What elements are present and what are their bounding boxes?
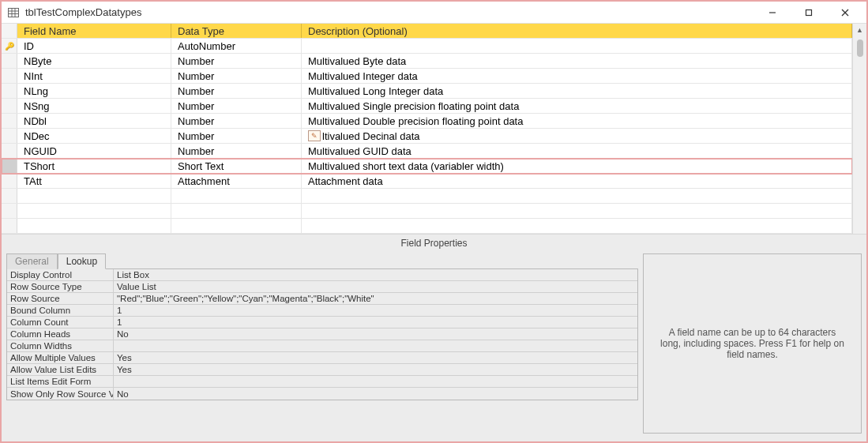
property-value[interactable]: Yes bbox=[114, 352, 637, 363]
cell-description[interactable]: Attachment data bbox=[302, 174, 852, 188]
cell-data-type[interactable]: Number bbox=[171, 69, 302, 83]
property-value[interactable] bbox=[114, 340, 637, 351]
cell-field-name[interactable]: NInt bbox=[17, 69, 171, 83]
cell-description[interactable]: Multivalued Single precision floating po… bbox=[302, 99, 852, 113]
property-row[interactable]: Allow Value List EditsYes bbox=[7, 364, 637, 376]
field-row[interactable]: TShortShort TextMultivalued short text d… bbox=[2, 159, 852, 174]
cell-data-type[interactable] bbox=[171, 189, 302, 203]
cell-description[interactable]: Multivalued Byte data bbox=[302, 54, 852, 68]
property-value[interactable]: No bbox=[114, 328, 637, 340]
cell-data-type[interactable]: Number bbox=[171, 129, 302, 143]
cell-description[interactable]: Multivalued Long Integer data bbox=[302, 84, 852, 98]
field-row[interactable]: NSngNumberMultivalued Single precision f… bbox=[2, 99, 852, 114]
cell-field-name[interactable]: NDec bbox=[17, 129, 171, 143]
property-value[interactable]: 1 bbox=[114, 317, 637, 328]
tab-general[interactable]: General bbox=[6, 253, 58, 269]
minimize-button[interactable] bbox=[754, 2, 791, 24]
property-row[interactable]: Bound Column1 bbox=[7, 305, 637, 317]
row-selector[interactable] bbox=[2, 54, 17, 68]
property-value[interactable]: No bbox=[114, 388, 637, 400]
cell-description[interactable] bbox=[302, 189, 852, 203]
cell-field-name[interactable] bbox=[17, 219, 171, 233]
cell-field-name[interactable] bbox=[17, 204, 171, 218]
cell-description[interactable]: Multivalued Double precision floating po… bbox=[302, 114, 852, 128]
cell-field-name[interactable]: TShort bbox=[17, 159, 171, 173]
field-row[interactable]: NByteNumberMultivalued Byte data bbox=[2, 54, 852, 69]
cell-field-name[interactable]: TAtt bbox=[17, 174, 171, 188]
row-selector[interactable] bbox=[2, 219, 17, 233]
cell-description[interactable]: ✎ltivalued Decinal data bbox=[302, 129, 852, 143]
field-row[interactable] bbox=[2, 204, 852, 219]
row-selector[interactable] bbox=[2, 174, 17, 188]
row-selector[interactable] bbox=[2, 159, 17, 173]
cell-description[interactable]: Multivalued Integer data bbox=[302, 69, 852, 83]
row-selector[interactable] bbox=[2, 189, 17, 203]
cell-field-name[interactable]: NDbl bbox=[17, 114, 171, 128]
smart-tag-icon[interactable]: ✎ bbox=[308, 130, 321, 141]
cell-data-type[interactable] bbox=[171, 219, 302, 233]
properties-table[interactable]: Display ControlList BoxRow Source TypeVa… bbox=[6, 268, 638, 400]
field-row[interactable]: NDblNumberMultivalued Double precision f… bbox=[2, 114, 852, 129]
cell-data-type[interactable]: Number bbox=[171, 144, 302, 158]
row-selector[interactable] bbox=[2, 129, 17, 143]
cell-data-type[interactable]: Number bbox=[171, 114, 302, 128]
field-grid[interactable]: Field Name Data Type Description (Option… bbox=[2, 24, 852, 234]
scroll-up-icon[interactable]: ▲ bbox=[856, 25, 863, 35]
cell-field-name[interactable]: NSng bbox=[17, 99, 171, 113]
field-row[interactable] bbox=[2, 219, 852, 234]
row-selector[interactable] bbox=[2, 99, 17, 113]
cell-description[interactable] bbox=[302, 204, 852, 218]
field-row[interactable]: TAttAttachmentAttachment data bbox=[2, 174, 852, 189]
cell-data-type[interactable]: Number bbox=[171, 84, 302, 98]
row-selector[interactable] bbox=[2, 69, 17, 83]
property-row[interactable]: Display ControlList Box bbox=[7, 269, 637, 281]
property-row[interactable]: Row Source"Red";"Blue";"Green";"Yellow";… bbox=[7, 293, 637, 305]
row-selector[interactable] bbox=[2, 114, 17, 128]
row-selector[interactable] bbox=[2, 144, 17, 158]
property-row[interactable]: Column HeadsNo bbox=[7, 328, 637, 340]
cell-data-type[interactable]: Attachment bbox=[171, 174, 302, 188]
cell-field-name[interactable]: ID bbox=[17, 39, 171, 53]
property-row[interactable]: Show Only Row Source VNo bbox=[7, 388, 637, 400]
tab-lookup[interactable]: Lookup bbox=[58, 253, 106, 269]
property-value[interactable]: Value List bbox=[114, 281, 637, 292]
header-data-type[interactable]: Data Type bbox=[171, 24, 302, 38]
scroll-thumb[interactable] bbox=[857, 39, 863, 57]
field-row[interactable]: NLngNumberMultivalued Long Integer data bbox=[2, 84, 852, 99]
cell-field-name[interactable] bbox=[17, 189, 171, 203]
property-row[interactable]: Column Widths bbox=[7, 340, 637, 352]
row-selector[interactable] bbox=[2, 84, 17, 98]
property-value[interactable] bbox=[114, 376, 637, 387]
vertical-scrollbar[interactable]: ▲ bbox=[852, 24, 866, 234]
cell-description[interactable] bbox=[302, 219, 852, 233]
cell-description[interactable]: Multivalued short text data (variabler w… bbox=[302, 159, 852, 173]
cell-description[interactable] bbox=[302, 39, 852, 53]
property-row[interactable]: Column Count1 bbox=[7, 317, 637, 328]
property-value[interactable]: 1 bbox=[114, 305, 637, 316]
property-value[interactable]: Yes bbox=[114, 364, 637, 375]
row-selector[interactable] bbox=[2, 204, 17, 218]
field-row[interactable]: NDecNumber✎ltivalued Decinal data bbox=[2, 129, 852, 144]
field-row[interactable] bbox=[2, 189, 852, 204]
header-description[interactable]: Description (Optional) bbox=[302, 24, 852, 38]
property-value[interactable]: "Red";"Blue";"Green";"Yellow";"Cyan";"Ma… bbox=[114, 293, 637, 304]
cell-data-type[interactable]: AutoNumber bbox=[171, 39, 302, 53]
cell-field-name[interactable]: NLng bbox=[17, 84, 171, 98]
cell-data-type[interactable]: Number bbox=[171, 99, 302, 113]
cell-field-name[interactable]: NGUID bbox=[17, 144, 171, 158]
cell-field-name[interactable]: NByte bbox=[17, 54, 171, 68]
field-row[interactable]: NIntNumberMultivalued Integer data bbox=[2, 69, 852, 84]
header-field-name[interactable]: Field Name bbox=[17, 24, 171, 38]
property-row[interactable]: Allow Multiple ValuesYes bbox=[7, 352, 637, 364]
property-row[interactable]: List Items Edit Form bbox=[7, 376, 637, 388]
cell-data-type[interactable]: Number bbox=[171, 54, 302, 68]
field-row[interactable]: 🔑IDAutoNumber bbox=[2, 39, 852, 54]
property-row[interactable]: Row Source TypeValue List bbox=[7, 281, 637, 293]
cell-data-type[interactable] bbox=[171, 204, 302, 218]
row-selector[interactable]: 🔑 bbox=[2, 39, 17, 53]
cell-data-type[interactable]: Short Text bbox=[171, 159, 302, 173]
close-button[interactable] bbox=[827, 2, 863, 24]
cell-description[interactable]: Multivalued GUID data bbox=[302, 144, 852, 158]
property-value[interactable]: List Box bbox=[114, 269, 637, 280]
field-row[interactable]: NGUIDNumberMultivalued GUID data bbox=[2, 144, 852, 159]
